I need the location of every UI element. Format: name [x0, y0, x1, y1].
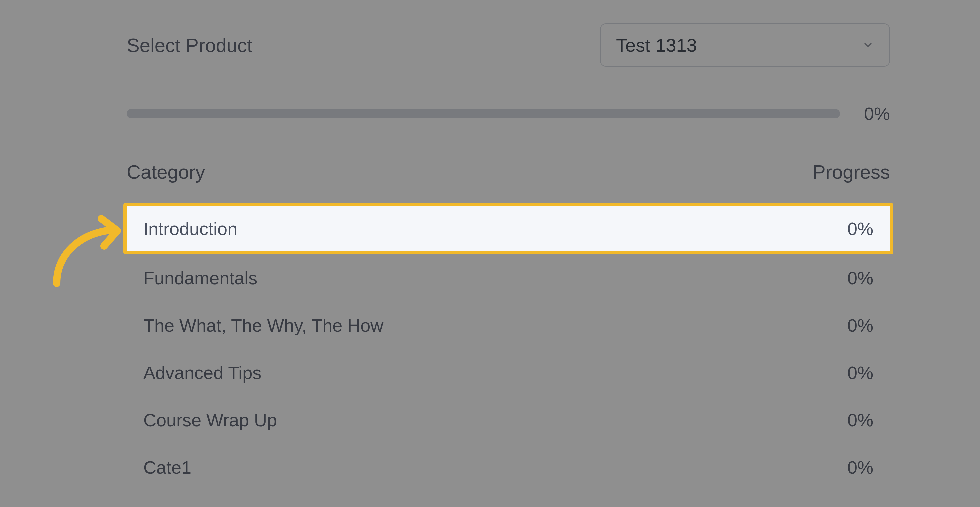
category-row[interactable]: The What, The Why, The How0%: [127, 302, 890, 349]
category-progress: 0%: [847, 362, 873, 383]
select-product-label: Select Product: [127, 34, 252, 56]
column-headers: Category Progress: [127, 161, 890, 183]
product-select-value: Test 1313: [616, 34, 697, 56]
product-select[interactable]: Test 1313: [600, 23, 890, 67]
category-progress: 0%: [847, 457, 873, 478]
category-row[interactable]: Introduction0%: [123, 203, 893, 254]
overall-progress-row: 0%: [127, 103, 890, 124]
product-selector-row: Select Product Test 1313: [127, 23, 890, 67]
callout-arrow-icon: [30, 207, 130, 293]
category-row[interactable]: Advanced Tips0%: [127, 349, 890, 396]
category-name: The What, The Why, The How: [143, 315, 383, 336]
category-name: Cate1: [143, 457, 191, 478]
category-list: Introduction0%Fundamentals0%The What, Th…: [127, 203, 890, 491]
category-progress: 0%: [847, 268, 873, 288]
category-name: Fundamentals: [143, 268, 257, 288]
chevron-down-icon: [862, 39, 874, 51]
overall-progress-percent: 0%: [853, 103, 890, 124]
category-row[interactable]: Fundamentals0%: [127, 254, 890, 302]
category-row[interactable]: Course Wrap Up0%: [127, 396, 890, 443]
category-progress: 0%: [847, 410, 873, 430]
header-progress: Progress: [813, 161, 890, 183]
course-progress-panel: Select Product Test 1313 0% Category Pro: [0, 0, 980, 507]
category-name: Advanced Tips: [143, 362, 261, 383]
category-progress: 0%: [847, 315, 873, 336]
category-row[interactable]: Cate10%: [127, 443, 890, 491]
category-progress: 0%: [847, 218, 873, 239]
category-name: Course Wrap Up: [143, 410, 277, 430]
overall-progress-bar: [127, 109, 840, 118]
category-name: Introduction: [143, 218, 237, 239]
header-category: Category: [127, 161, 205, 183]
